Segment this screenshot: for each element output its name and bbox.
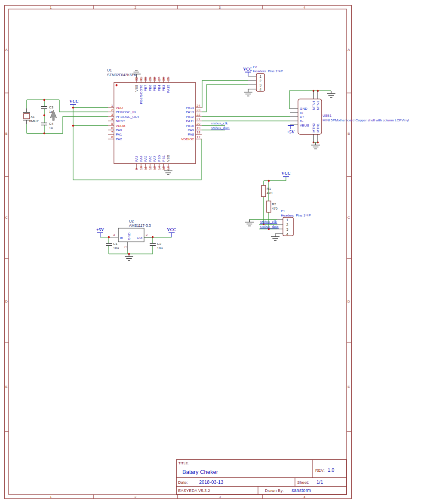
ground-symbol[interactable]: [245, 220, 254, 226]
p1-pin-number: 1: [286, 218, 289, 222]
pin-name: VSS: [135, 85, 138, 92]
date-value[interactable]: 2018-03-13: [199, 479, 223, 485]
rev-value[interactable]: 1.0: [328, 467, 334, 473]
frame-col-label: 3: [219, 6, 221, 9]
net-label-smbus-data[interactable]: smbus_data: [260, 224, 279, 229]
pin-number: 14: [157, 166, 161, 170]
plus5v-label[interactable]: +5V: [287, 130, 295, 134]
sheet-value[interactable]: 1/1: [316, 479, 323, 485]
c1-ref[interactable]: C1: [113, 242, 118, 246]
connector-usb1[interactable]: GND ID D+ D- VBUS MTN4 MTN3 MTN2 MTN1 US…: [287, 91, 409, 149]
component-x1-crystal[interactable]: X1 8MHZ: [23, 108, 39, 124]
net-flag-vcc[interactable]: VCC: [281, 171, 291, 177]
smbus-data-label[interactable]: smbus_data: [211, 126, 230, 130]
net-flag-vcc[interactable]: VCC: [243, 67, 252, 76]
p2-desc[interactable]: Headers Pins 1*4P: [253, 69, 283, 73]
connector-p2[interactable]: 1 2 3 4 P2 Headers Pins 1*4P VCC: [243, 65, 283, 96]
pin-name: PA10: [186, 124, 194, 128]
drawn-by-value[interactable]: sanstorm: [292, 488, 311, 493]
schematic-title[interactable]: Batary Cheker: [182, 469, 218, 475]
component-c3[interactable]: C3 1u: [41, 105, 54, 114]
p1-ref[interactable]: P1: [281, 209, 285, 213]
r2-body[interactable]: [267, 201, 271, 212]
component-c2[interactable]: C2 10u: [150, 242, 163, 250]
pin-name: PB5: [153, 84, 157, 91]
usb1-desc[interactable]: MINI 5PMotherboard Copper shell with col…: [323, 118, 409, 122]
pin-number: 2: [146, 233, 148, 237]
usb1-mtn-label: MTN3: [316, 100, 320, 110]
pin-number: 12: [148, 166, 152, 170]
net-label-smbus-data[interactable]: smbus_data: [211, 126, 230, 130]
vcc-label[interactable]: VCC: [167, 227, 176, 232]
net-flag-5v[interactable]: +5V: [287, 126, 295, 135]
c4-plates[interactable]: [41, 123, 47, 125]
component-r2[interactable]: R2 470: [267, 201, 278, 212]
pin-name: PF1/OSC_OUT: [116, 115, 140, 119]
net-label-smbus-clk[interactable]: smbus_clk: [211, 121, 228, 125]
wire-vcc-pullups[interactable]: [264, 177, 286, 181]
ground-symbol[interactable]: [244, 89, 252, 96]
c4-value[interactable]: 1u: [49, 126, 53, 130]
u1-body[interactable]: [114, 83, 196, 164]
u2-ref[interactable]: U2: [129, 219, 134, 223]
ground-symbol[interactable]: [327, 91, 335, 97]
x1-value[interactable]: 8MHZ: [29, 119, 39, 123]
pin-name: PA7: [153, 155, 157, 162]
net-flag-vcc[interactable]: VCC: [69, 99, 79, 105]
smbus-clk-label[interactable]: smbus_clk: [211, 121, 228, 125]
x1-ref[interactable]: X1: [31, 115, 35, 119]
pin-name: GND: [127, 232, 131, 240]
pin-number: 31: [139, 77, 143, 81]
r1-value[interactable]: 470: [267, 191, 273, 195]
net-flag-5v[interactable]: +5V: [96, 227, 104, 237]
rev-label: REV:: [315, 468, 325, 473]
plus5v-label[interactable]: +5V: [96, 227, 104, 232]
c2-plates[interactable]: [150, 244, 156, 246]
frame-row-label: B: [5, 132, 7, 136]
u2-body[interactable]: [118, 228, 144, 242]
x1-body[interactable]: [24, 114, 30, 119]
ground-symbol[interactable]: [311, 142, 320, 149]
wire-pa13-p2[interactable]: [202, 85, 248, 112]
ground-symbol[interactable]: [271, 237, 280, 241]
usb1-ref[interactable]: USB1: [323, 114, 332, 117]
frame-col-label: 4: [304, 6, 306, 9]
c2-value[interactable]: 10u: [157, 246, 163, 250]
vcc-label[interactable]: VCC: [69, 99, 79, 104]
vcc-label[interactable]: VCC: [243, 67, 252, 71]
c3-ref[interactable]: C3: [49, 105, 54, 109]
u1-part[interactable]: STM32F042K6T6: [107, 73, 136, 77]
smbus-clk-label[interactable]: smbus_clk: [260, 220, 277, 224]
r2-value[interactable]: 470: [272, 207, 278, 210]
c2-ref[interactable]: C2: [157, 242, 162, 246]
net-flag-vcc[interactable]: VCC: [167, 227, 176, 237]
connector-p1[interactable]: 1 2 3 4 P1 Headers Pins 1*4P smbus_clk s…: [245, 209, 311, 241]
component-r1[interactable]: R1 470: [261, 186, 273, 197]
ground-symbol[interactable]: [125, 254, 133, 260]
r1-ref[interactable]: R1: [267, 187, 271, 191]
component-c1[interactable]: C1 10u: [106, 242, 119, 250]
p2-ref[interactable]: P2: [253, 65, 257, 69]
c1-plates[interactable]: [106, 244, 112, 246]
pin-name: VDD: [116, 106, 123, 110]
p2-pin-number: 1: [259, 74, 261, 79]
pin-number: 17: [197, 135, 200, 139]
net-label-smbus-clk[interactable]: smbus_clk: [260, 220, 277, 224]
pin-number: 10: [139, 166, 143, 170]
u2-part[interactable]: AMS1117-3.3: [129, 223, 151, 228]
wire-osc-out[interactable]: [27, 117, 108, 133]
vcc-label[interactable]: VCC: [281, 171, 291, 176]
p1-desc[interactable]: Headers Pins 1*4P: [281, 213, 311, 217]
c4-ref[interactable]: C4: [49, 122, 54, 126]
r2-ref[interactable]: R2: [272, 202, 276, 206]
c1-value[interactable]: 10u: [113, 246, 119, 250]
wire-osc-in[interactable]: [27, 100, 108, 112]
component-c4[interactable]: C4 1u: [41, 122, 54, 130]
pin-name: PA6: [148, 155, 152, 162]
pin-name: PA8: [187, 133, 194, 136]
r1-body[interactable]: [261, 186, 266, 197]
component-u1-stm32[interactable]: U1 STM32F042K6T6 1 2 3 4 5 6 7 8 VDD PF0…: [107, 68, 202, 175]
u1-ref[interactable]: U1: [107, 68, 112, 72]
smbus-data-label[interactable]: smbus_data: [260, 224, 279, 229]
c3-plates[interactable]: [41, 107, 47, 109]
